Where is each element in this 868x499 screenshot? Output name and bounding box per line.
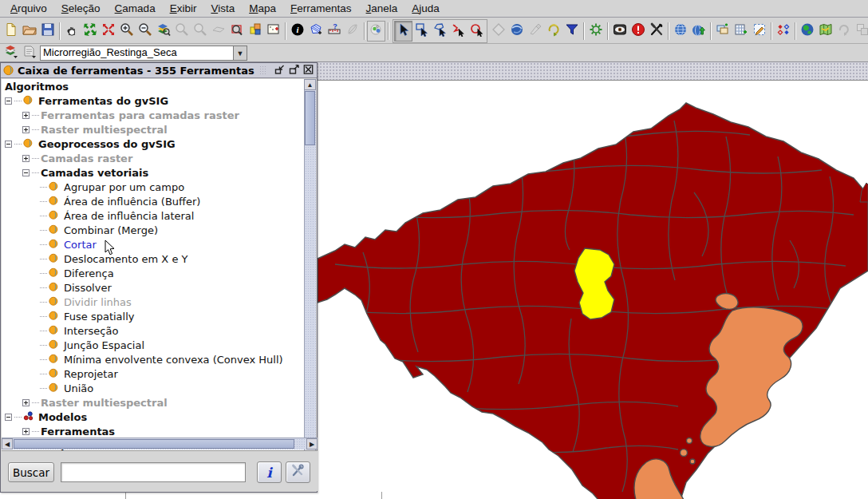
navigate-globe-button[interactable] (507, 21, 526, 42)
tree-root-algoritmos[interactable]: Algoritmos (2, 79, 306, 93)
menu-vista[interactable]: Vista (203, 1, 242, 16)
tree-item-camadas-raster[interactable]: Camadas raster (2, 151, 306, 165)
zoom-layers-button[interactable] (154, 21, 172, 42)
select-rectangle-button[interactable] (412, 21, 431, 42)
menu-mapa[interactable]: Mapa (242, 1, 283, 16)
web-map-button[interactable] (671, 21, 689, 42)
tree-item-dividir-linhas[interactable]: Dividir linhas (2, 295, 306, 309)
layer-visibility-dropdown[interactable] (2, 43, 20, 64)
tree-item-minima-envolvente-convexa-convex-hull[interactable]: Mínima envolvente convexa (Convex Hull) (2, 352, 306, 366)
tree-item-cortar[interactable]: Cortar (2, 237, 306, 251)
tree-item-intersecao[interactable]: Interseção (2, 323, 306, 338)
zoom-manage-button[interactable] (99, 21, 117, 42)
tree-item-ferramentas-para-camadas-raster[interactable]: Ferramentas para camadas raster (2, 108, 306, 122)
select-point-button[interactable] (394, 21, 412, 42)
select-polyline-button[interactable] (449, 21, 468, 42)
geoprocess-toolbox-button[interactable] (367, 21, 385, 42)
menu-ajuda[interactable]: Ajuda (404, 1, 447, 16)
tree-item-deslocamento-em-x-e-y[interactable]: Deslocamento em X e Y (2, 251, 306, 266)
tree-item-area-de-influencia-buffer[interactable]: Área de influência (Buffer) (2, 194, 306, 208)
active-layer-value[interactable]: Microrregião_Restinga_Seca (40, 46, 233, 61)
collapse-toggle[interactable] (5, 414, 12, 421)
menu-exibir[interactable]: Exibir (163, 1, 204, 16)
scroll-left-button[interactable]: ◀ (2, 438, 13, 449)
preferences-tools-button[interactable] (647, 21, 665, 42)
info-button[interactable]: i (257, 461, 282, 483)
collapse-toggle[interactable] (22, 169, 30, 176)
select-circle-button[interactable] (468, 21, 486, 42)
zoom-in-button[interactable] (117, 21, 136, 42)
maximize-button[interactable] (287, 65, 300, 77)
tree-item-raster-multiespectral[interactable]: Raster multiespectral (2, 122, 306, 137)
edit-vertex-button[interactable] (750, 21, 768, 42)
tree-item-reprojetar[interactable]: Reprojetar (2, 366, 306, 381)
collapse-toggle[interactable] (5, 97, 12, 105)
tree-item-dissolver[interactable]: Dissolver (2, 280, 306, 295)
menu-janela[interactable]: Janela (359, 1, 405, 16)
expand-toggle[interactable] (22, 399, 30, 406)
open-project-button[interactable] (20, 21, 38, 42)
zoom-extent-button[interactable] (81, 21, 99, 42)
menu-ferramentas[interactable]: Ferramentas (283, 1, 359, 16)
info-tool-button[interactable]: i (288, 21, 306, 42)
add-layer-button[interactable] (713, 21, 732, 42)
centre-view-button[interactable] (264, 21, 282, 42)
tree-item-juncao-espacial[interactable]: Junção Espacial (2, 338, 306, 352)
expand-toggle[interactable] (22, 155, 30, 162)
tree-item-ferramentas[interactable]: Ferramentas (2, 424, 306, 438)
error-console-button[interactable] (629, 21, 647, 42)
zooms-manager-button[interactable] (246, 21, 264, 42)
symbology-button[interactable] (774, 21, 792, 42)
tree-item-uniao[interactable]: União (2, 381, 306, 395)
tree-item-diferenca[interactable]: Diferença (2, 266, 306, 280)
menu-selecao[interactable]: Seleção (54, 1, 108, 16)
export-map-button[interactable] (689, 21, 708, 42)
hyperlink-button[interactable] (343, 21, 361, 42)
measure-distance-button[interactable]: ? (325, 21, 343, 42)
menu-arquivo[interactable]: Arquivo (3, 1, 54, 16)
scroll-up-button[interactable]: ▲ (304, 79, 316, 90)
group-layers-button[interactable] (853, 21, 868, 42)
horizontal-scroll-thumb[interactable] (14, 439, 294, 449)
active-layer-combobox[interactable]: Microrregião_Restinga_Seca ▼ (40, 46, 247, 61)
close-button[interactable] (302, 65, 314, 77)
search-input[interactable] (61, 462, 246, 482)
pan-button[interactable] (62, 21, 81, 42)
undo-redo-button[interactable] (544, 21, 562, 42)
tree-item-agrupar-por-um-campo[interactable]: Agrupar por um campo (2, 180, 306, 194)
combo-dropdown-button[interactable]: ▼ (233, 46, 247, 61)
earth-button[interactable] (798, 21, 816, 42)
save-button[interactable] (38, 21, 57, 42)
zoom-back-button[interactable] (209, 21, 227, 42)
tree-item-fuse-spatially[interactable]: Fuse spatially (2, 309, 306, 323)
clear-selection-button[interactable] (526, 21, 544, 42)
menu-camada[interactable]: Camada (108, 1, 163, 16)
zoom-out-button[interactable] (136, 21, 154, 42)
settings-gear-button[interactable] (586, 21, 605, 42)
view-properties-button[interactable] (610, 21, 629, 42)
minimize-button[interactable] (273, 65, 286, 77)
select-polygon-button[interactable] (431, 21, 449, 42)
select-buffer-button[interactable] (489, 21, 507, 42)
map-sheet-button[interactable] (816, 21, 834, 42)
measure-area-button[interactable] (306, 21, 325, 42)
expand-toggle[interactable] (22, 126, 30, 133)
new-document-button[interactable] (2, 21, 20, 42)
zoom-next-button[interactable] (191, 21, 209, 42)
tree-horizontal-scrollbar[interactable]: ◀ ▶ (2, 438, 318, 449)
scroll-right-button[interactable]: ▶ (306, 438, 318, 449)
zoom-selection-button[interactable] (227, 21, 246, 42)
buscar-button[interactable]: Buscar (8, 462, 54, 482)
toolbox-title-bar[interactable]: Caixa de ferramentas - 355 Ferramentas (1, 63, 317, 78)
tree-item-camadas-vetoriais[interactable]: Camadas vetoriais (2, 165, 306, 180)
collapse-toggle[interactable] (5, 141, 12, 148)
tree-item-ferramentas-do-gvsig[interactable]: Ferramentas do gvSIG (2, 93, 306, 108)
zoom-previous-button[interactable] (172, 21, 191, 42)
tree-item-geoprocessos-do-gvsig[interactable]: Geoprocessos do gvSIG (2, 137, 306, 151)
tree-vertical-scrollbar[interactable]: ▲ ▼ (304, 79, 316, 451)
tree-item-raster-multiespectral[interactable]: Raster multiespectral (2, 395, 306, 410)
add-event-theme-button[interactable] (732, 21, 750, 42)
tree-item-combinar-merge[interactable]: Combinar (Merge) (2, 223, 306, 237)
filter-button[interactable] (562, 21, 581, 42)
configure-tools-button[interactable] (286, 461, 310, 483)
